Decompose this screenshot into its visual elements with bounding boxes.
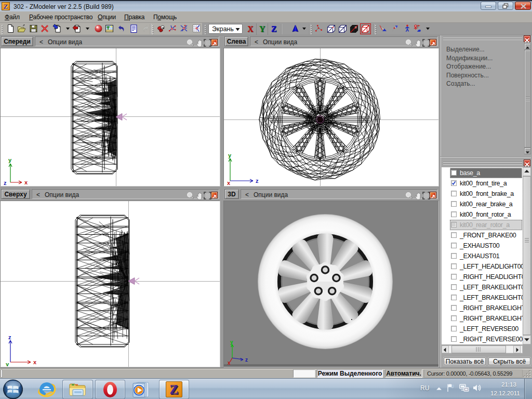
svg-text:y: y (6, 361, 9, 366)
svg-text:y: y (230, 340, 233, 345)
svg-text:z: z (256, 178, 259, 184)
svg-text:x: x (33, 359, 37, 365)
svg-text:y: y (8, 157, 12, 163)
svg-text:z: z (245, 357, 248, 363)
svg-text:x: x (228, 360, 231, 365)
svg-text:z: z (8, 335, 11, 340)
svg-text:y: y (228, 152, 232, 158)
svg-text:x: x (24, 179, 28, 185)
svg-text:z: z (4, 180, 7, 185)
svg-text:x: x (227, 180, 231, 185)
